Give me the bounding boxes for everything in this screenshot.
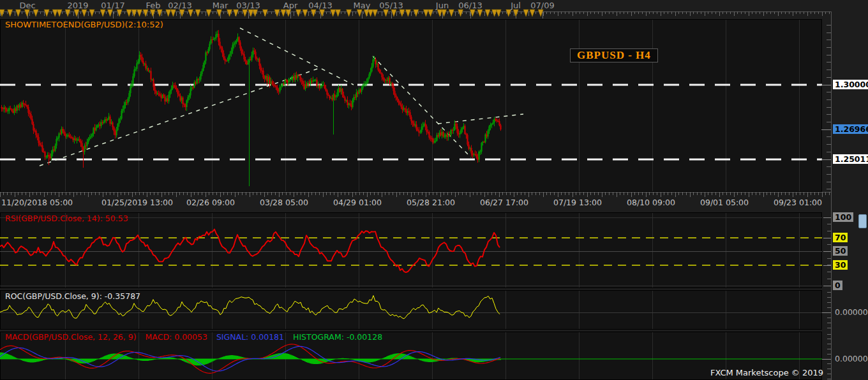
date-axis-marks [0, 192, 831, 197]
scrollbar-thumb[interactable] [858, 214, 867, 228]
date-tick-label: 09/01 05:00 [683, 198, 766, 207]
roc-zero-label: 0.00000 [833, 307, 868, 317]
timeline-label: 05/13 [371, 1, 412, 10]
timeline-label: Dec [7, 1, 48, 10]
timeline-label: 02/13 [160, 1, 200, 10]
timeline-label: 07/09 [522, 1, 563, 10]
date-tick-label: 07/19 13:00 [536, 198, 619, 207]
date-tick-label: 02/26 09:00 [169, 198, 252, 207]
macd-value-label: MACD: 0.00053 [146, 332, 207, 342]
price-level-label: 1.30000 [833, 80, 868, 89]
roc-indicator-label: ROC(GBP/USD.Close, 9): -0.35787 [5, 291, 140, 301]
date-tick-label: 06/27 17:00 [463, 198, 546, 207]
date-tick-label: 08/10 09:00 [610, 198, 692, 207]
date-tick-label: 03/28 05:00 [243, 198, 326, 207]
macd-zero-label: 0.00000 [833, 354, 868, 363]
rsi-level-label: 100 [833, 212, 853, 222]
rsi-level-label: 30 [833, 260, 848, 270]
macd-name-label: MACD(GBP/USD.Close, 12, 26, 9) [5, 332, 137, 342]
macd-histogram-label: HISTOGRAM: -0.00128 [293, 332, 382, 342]
date-tick-label: 11/20/2018 05:00 [1, 198, 84, 207]
macd-signal-label: SIGNAL: 0.00181 [216, 332, 284, 342]
date-tick-label: 05/28 21:00 [389, 198, 472, 207]
rsi-level-label: 50 [833, 246, 848, 256]
timeline-label: 04/13 [300, 1, 341, 10]
value-axis[interactable] [821, 11, 831, 380]
date-tick-label: 04/29 01:00 [316, 198, 399, 207]
price-level-label: 1.25011 [833, 154, 868, 164]
rsi-level-label: 70 [833, 233, 848, 242]
date-tick-label: 01/25/2019 13:00 [96, 198, 179, 207]
chart-canvas[interactable] [0, 0, 868, 380]
symbol-timeframe-badge: GBPUSD - H4 [570, 48, 658, 62]
macd-indicator-label: MACD(GBP/USD.Close, 12, 26, 9)MACD: 0.00… [5, 332, 391, 342]
rsi-level-label: 0 [833, 281, 842, 290]
copyright-label: FXCM Marketscope © 2019 [710, 368, 823, 377]
date-tick-label: 09/23 01:00 [756, 198, 839, 207]
showtimetoend-label: SHOWTIMETOEND(GBP/USD)(2:10:52) [5, 20, 163, 29]
timeline-label: 06/13 [450, 1, 491, 10]
current-price-label: 1.26966 [833, 124, 868, 134]
timeline-label: 03/13 [228, 1, 269, 10]
rsi-indicator-label: RSI(GBP/USD.Close, 14): 50.53 [5, 214, 128, 223]
fxcm-marketscope-window: Dec201901/17Feb02/13Mar03/13Apr04/13May0… [0, 0, 868, 380]
timeline-label: 01/17 [93, 1, 133, 10]
